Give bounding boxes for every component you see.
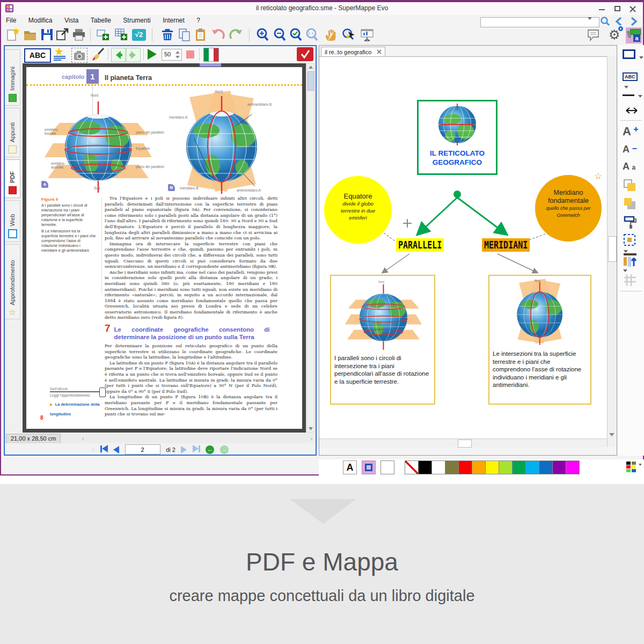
history-forward-button[interactable]: → — [220, 445, 229, 454]
tab-appunti[interactable]: Appunti — [5, 108, 20, 157]
central-node[interactable]: IL RETICOLATO GEOGRAFICO — [417, 100, 497, 175]
color-swatch-yellow[interactable] — [485, 460, 499, 474]
zoom-out-icon[interactable] — [273, 27, 288, 42]
map-hscroll-thumb[interactable] — [458, 440, 472, 448]
comments-icon[interactable] — [586, 27, 601, 42]
scroll-up-icon[interactable] — [309, 65, 313, 69]
open-file-icon[interactable] — [23, 27, 38, 42]
page-forward-icon[interactable] — [126, 48, 141, 62]
minimize-button[interactable] — [595, 5, 609, 13]
brush-icon[interactable] — [91, 47, 106, 62]
color-swatch-sky[interactable] — [525, 460, 539, 474]
read-text-button[interactable]: ABC — [24, 48, 51, 63]
font-case-button[interactable]: A a — [623, 161, 635, 172]
style-tools-icon[interactable]: a — [626, 27, 642, 43]
tab-web[interactable]: Web — [5, 200, 20, 242]
play-button[interactable] — [148, 49, 157, 60]
presentation-icon[interactable] — [360, 27, 375, 42]
highlight-star-icon[interactable]: ★ — [53, 48, 67, 61]
fill-color-button[interactable] — [380, 460, 394, 474]
last-page-button[interactable] — [193, 445, 200, 455]
send-back-button[interactable] — [623, 196, 638, 214]
font-increase-button[interactable]: A + — [623, 125, 639, 138]
paste-icon[interactable] — [193, 27, 208, 42]
meridiano-node[interactable]: Meridiano fondamentale quello che passa … — [535, 175, 602, 241]
format-painter-icon[interactable] — [623, 215, 638, 232]
link-direction-button[interactable] — [623, 105, 641, 118]
grid-toggle-icon[interactable] — [623, 273, 638, 290]
palette-dropdown-icon[interactable] — [639, 466, 642, 475]
equatore-node[interactable]: Equatore divide il globo terrestre in du… — [324, 176, 392, 244]
color-swatch-orange[interactable] — [472, 460, 486, 474]
new-document-icon[interactable] — [5, 27, 20, 42]
page-back-icon[interactable] — [111, 48, 126, 62]
print-icon[interactable] — [71, 27, 86, 42]
text-style-button[interactable]: ABC — [623, 71, 644, 91]
font-decrease-button[interactable]: A − — [623, 144, 637, 155]
menu-strumenti[interactable]: Strumenti — [118, 16, 155, 25]
insert-table-icon[interactable] — [114, 27, 129, 42]
menu-tabelle[interactable]: Tabelle — [86, 16, 116, 25]
color-swatch-purple[interactable] — [552, 460, 566, 474]
hscroll-right-icon[interactable]: › — [311, 436, 312, 442]
paralleli-label[interactable]: PARALLELI — [396, 238, 444, 252]
copy-icon[interactable] — [177, 27, 192, 42]
meridiani-box-node[interactable]: Nord Le intersezioni tra la superficie t… — [488, 275, 591, 405]
stop-button[interactable] — [186, 50, 194, 58]
hscroll-left-icon[interactable]: ‹ — [82, 436, 84, 442]
delete-icon[interactable] — [160, 27, 175, 42]
color-swatch-black[interactable] — [418, 460, 432, 474]
redo-icon[interactable] — [229, 27, 244, 42]
tab-immagini[interactable]: Immagini — [5, 49, 20, 106]
color-swatch-none[interactable] — [405, 460, 419, 474]
map-scroll-down-icon[interactable] — [609, 433, 614, 436]
zoom-in-icon[interactable] — [255, 27, 270, 42]
speed-spinner[interactable]: 50 — [162, 49, 182, 61]
next-page-button[interactable] — [181, 446, 187, 453]
pan-hand-icon[interactable] — [323, 27, 338, 42]
map-vertical-scrollbar[interactable] — [607, 56, 617, 447]
maximize-button[interactable] — [611, 5, 625, 13]
confirm-check-button[interactable] — [297, 47, 313, 61]
previous-page-button[interactable] — [113, 446, 119, 453]
color-swatch-blue[interactable] — [539, 460, 553, 474]
snapshot-camera-icon[interactable] — [71, 48, 87, 63]
color-swatch-chartreuse[interactable] — [499, 460, 513, 474]
export-icon[interactable] — [55, 27, 70, 42]
settings-gear-icon[interactable]: ⚙ — [609, 27, 624, 42]
shape-style-button[interactable] — [623, 49, 643, 61]
border-color-button[interactable] — [362, 460, 376, 474]
meridiani-label[interactable]: MERIDIANI — [482, 238, 530, 252]
favorite-star-icon[interactable]: ☆ — [594, 171, 602, 182]
scroll-down-icon[interactable] — [309, 427, 313, 430]
close-button[interactable] — [626, 5, 640, 13]
zoom-fit-icon[interactable] — [289, 27, 304, 42]
save-icon[interactable] — [40, 27, 55, 42]
menu-modifica[interactable]: Modifica — [24, 16, 57, 25]
menu-vista[interactable]: Vista — [60, 16, 83, 25]
zoom-100-icon[interactable]: 1:1 — [305, 27, 320, 42]
first-page-button[interactable] — [100, 445, 108, 455]
map-vscroll-thumb[interactable] — [608, 236, 617, 262]
menu-file[interactable]: File — [1, 16, 21, 25]
zoom-selection-icon[interactable] — [341, 27, 356, 42]
map-horizontal-scrollbar[interactable] — [319, 438, 608, 448]
color-swatch-white[interactable] — [431, 460, 445, 474]
tab-approfondimento[interactable]: Approfondimento ☆ — [5, 244, 20, 319]
tab-pdf[interactable]: PDF — [5, 159, 20, 198]
text-color-button[interactable]: A — [343, 460, 357, 474]
bring-front-button[interactable] — [623, 178, 638, 195]
menu-internet[interactable]: Internet — [158, 16, 189, 25]
color-swatch-olive[interactable] — [445, 460, 459, 474]
paralleli-box-node[interactable]: Nord I paralleli sono i circoli di inter… — [330, 275, 435, 405]
palette-picker-icon[interactable] — [626, 462, 637, 474]
page-number-input[interactable] — [125, 444, 160, 455]
color-swatch-red[interactable] — [458, 460, 472, 474]
ebook-link[interactable]: La determinazione della longitudine — [50, 402, 100, 416]
language-flag-icon[interactable] — [203, 48, 219, 62]
pdf-scroll-thumb[interactable] — [308, 71, 314, 91]
history-back-button[interactable]: ← — [206, 445, 214, 454]
color-swatch-green[interactable] — [512, 460, 526, 474]
map-tab[interactable]: il re..to geografico — [321, 47, 385, 57]
pdf-page[interactable]: capitolo 1 Il pianeta Terra — [26, 67, 302, 429]
